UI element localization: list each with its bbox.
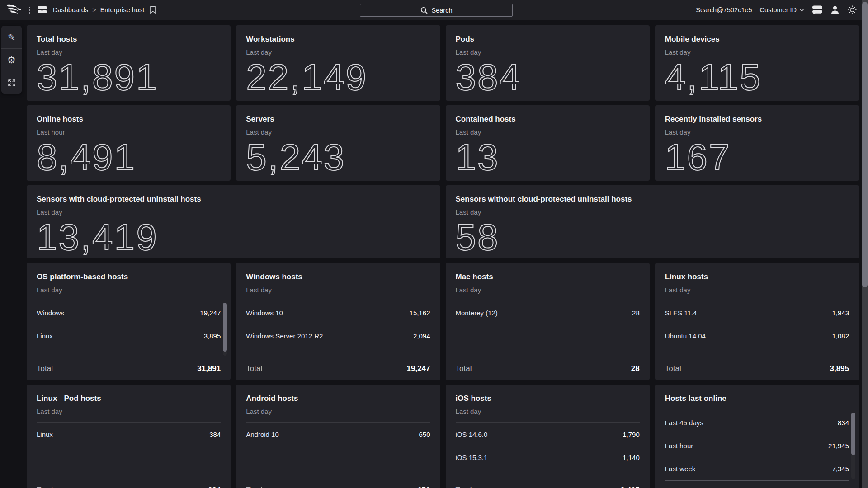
- row-label-link[interactable]: Last 45 days: [665, 419, 703, 427]
- card-title: Android hosts: [246, 394, 430, 404]
- card-time-range: Last day: [37, 209, 430, 216]
- dashboard-tools-group: ✎ ⚙: [1, 26, 22, 94]
- row-value: 1,140: [623, 454, 640, 461]
- row-label-link[interactable]: Windows: [37, 309, 64, 317]
- card-time-range: Last day: [37, 49, 221, 56]
- card-time-range: Last day: [246, 408, 430, 415]
- total-label: Total: [665, 364, 681, 373]
- page-scrollbar[interactable]: [862, 0, 868, 488]
- total-label: Total: [37, 364, 53, 373]
- page-scrollbar-thumb[interactable]: [862, 2, 868, 287]
- table-row: Last week 7,345: [665, 457, 849, 480]
- row-value: 28: [632, 309, 640, 317]
- settings-button[interactable]: ⚙: [1, 48, 22, 71]
- metric-value: 5,243: [246, 139, 430, 176]
- table-rows: Last 45 days 834 Last hour 21,945 Last w…: [665, 411, 849, 480]
- table-row: Windows 10 15,162: [246, 301, 430, 324]
- table-rows: SLES 11.4 1,943 Ubuntu 14.04 1,082: [665, 301, 849, 347]
- card-title: Servers: [246, 114, 430, 124]
- row-label-link[interactable]: iOS 15.3.1: [456, 454, 488, 461]
- row-label-link[interactable]: SLES 11.4: [665, 309, 697, 317]
- messages-icon[interactable]: [812, 5, 823, 14]
- card-time-range: Last day: [456, 49, 640, 56]
- total-label: Total: [456, 486, 472, 488]
- edit-dashboard-button[interactable]: ✎: [1, 26, 22, 48]
- table-row: Last 45 days 834: [665, 411, 849, 434]
- card-time-range: Last day: [37, 286, 221, 294]
- table-scrollbar-thumb[interactable]: [223, 303, 227, 352]
- metric-value: 4,115: [665, 59, 849, 96]
- metric-value: 167: [665, 139, 849, 176]
- row-label-link[interactable]: Android 10: [246, 431, 279, 438]
- row-label-link[interactable]: Linux: [37, 332, 53, 340]
- global-search-input[interactable]: Search: [360, 4, 513, 17]
- user-account-label[interactable]: Search@7502c1e5: [696, 6, 752, 14]
- row-label-link[interactable]: Monterey (12): [456, 309, 498, 317]
- fullscreen-button[interactable]: [1, 71, 22, 94]
- total-label: Total: [246, 486, 262, 488]
- row-value: 1,790: [623, 431, 640, 438]
- theme-brightness-icon[interactable]: [847, 5, 857, 15]
- breadcrumb-separator: >: [92, 6, 96, 14]
- row-label-link[interactable]: iOS 14.6.0: [456, 431, 488, 438]
- row-label-link[interactable]: Last week: [665, 465, 696, 473]
- total-label: Total: [456, 364, 472, 373]
- table-card: Hosts last online Last 45 days 834 Last …: [655, 385, 859, 488]
- table-card: Linux - Pod hosts Last day Linux 384 Tot…: [27, 385, 231, 488]
- bookmark-icon[interactable]: [150, 6, 156, 14]
- card-title: Sensors without cloud-protected uninstal…: [456, 194, 849, 204]
- gear-icon: ⚙: [7, 55, 16, 65]
- metric-value: 31,891: [37, 59, 221, 96]
- row-label-link[interactable]: Windows 10: [246, 309, 283, 317]
- card-table: iOS 14.6.0 1,790 iOS 15.3.1 1,140: [456, 422, 640, 479]
- table-scrollbar[interactable]: [223, 303, 227, 356]
- row-label-link[interactable]: Linux: [37, 431, 53, 438]
- table-rows: Windows 10 15,162 Windows Server 2012 R2…: [246, 301, 430, 347]
- table-total-row: Total 31,891: [37, 357, 221, 380]
- customer-id-dropdown[interactable]: Customer ID: [760, 6, 804, 14]
- card-table: Monterey (12) 28: [456, 301, 640, 357]
- row-label-link[interactable]: Ubuntu 14.04: [665, 332, 706, 340]
- card-title: Windows hosts: [246, 272, 430, 282]
- row-label-link[interactable]: Last hour: [665, 442, 693, 450]
- stat-card: Workstations Last day 22,149: [236, 25, 440, 101]
- card-table: Android 10 650: [246, 422, 430, 479]
- card-title: Hosts last online: [665, 394, 849, 404]
- breadcrumb-current: Enterprise host: [100, 6, 145, 14]
- stat-card: Mobile devices Last day 4,115: [655, 25, 859, 101]
- table-total-row: Total 650: [246, 479, 430, 488]
- total-value: 2,465: [620, 486, 640, 488]
- row-value: 15,162: [410, 309, 430, 317]
- kebab-menu-icon[interactable]: [28, 5, 31, 15]
- table-total-row: Total 384: [37, 479, 221, 488]
- row-value: 384: [209, 431, 221, 438]
- table-card: iOS hosts Last day iOS 14.6.0 1,790 iOS …: [446, 385, 650, 488]
- table-rows: Monterey (12) 28: [456, 301, 640, 324]
- card-time-range: Last day: [456, 408, 640, 415]
- total-value: 28: [631, 364, 640, 373]
- row-value: 2,094: [413, 332, 430, 340]
- card-time-range: Last day: [246, 286, 430, 294]
- table-card: Android hosts Last day Android 10 650 To…: [236, 385, 440, 488]
- metric-value: 13,419: [37, 219, 430, 256]
- row-label-link[interactable]: Windows Server 2012 R2: [246, 332, 323, 340]
- search-icon: [420, 7, 428, 14]
- card-time-range: Last day: [665, 49, 849, 56]
- crowdstrike-falcon-logo-icon[interactable]: [5, 4, 22, 16]
- total-value: 650: [417, 486, 430, 488]
- card-title: Linux hosts: [665, 272, 849, 282]
- table-scrollbar[interactable]: [851, 413, 855, 479]
- table-total-row: Total 30,124: [665, 480, 849, 488]
- card-title: Online hosts: [37, 114, 221, 124]
- breadcrumb-dashboards-link[interactable]: Dashboards: [53, 6, 88, 14]
- total-value: 3,895: [830, 364, 849, 373]
- card-time-range: Last day: [246, 49, 430, 56]
- table-scrollbar-thumb[interactable]: [851, 413, 855, 455]
- user-profile-icon[interactable]: [830, 5, 840, 14]
- table-row: SLES 11.4 1,943: [665, 301, 849, 324]
- table-rows: Linux 384: [37, 423, 221, 446]
- table-total-row: Total 2,465: [456, 479, 640, 488]
- card-time-range: Last day: [665, 129, 849, 136]
- row-value: 650: [419, 431, 430, 438]
- dashboard-grid-icon[interactable]: [38, 6, 47, 14]
